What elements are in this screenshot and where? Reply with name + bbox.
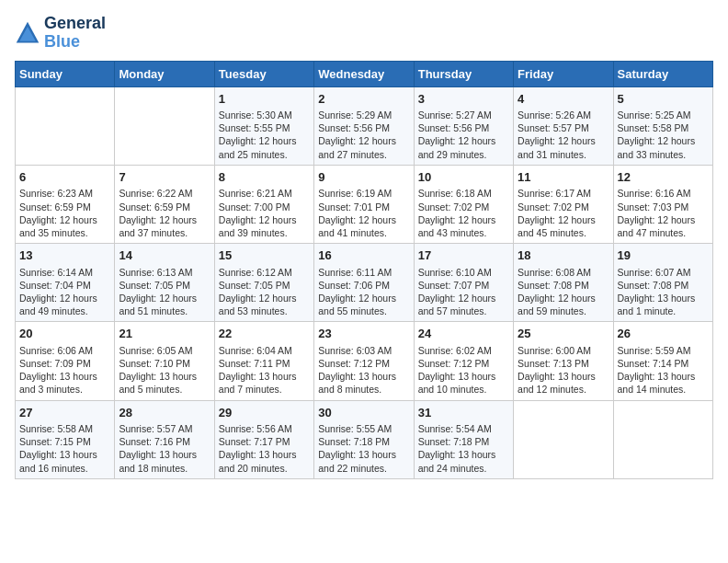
- cell-content: Sunrise: 6:06 AMSunset: 7:09 PMDaylight:…: [19, 344, 110, 396]
- day-number: 8: [219, 169, 310, 186]
- cell-content: Sunrise: 6:11 AMSunset: 7:06 PMDaylight:…: [318, 266, 409, 318]
- day-header-monday: Monday: [115, 61, 214, 86]
- logo-icon: [15, 20, 40, 46]
- calendar-cell: 27Sunrise: 5:58 AMSunset: 7:15 PMDayligh…: [16, 400, 115, 478]
- calendar-week-1: 1Sunrise: 5:30 AMSunset: 5:55 PMDaylight…: [16, 86, 713, 165]
- calendar-cell: 7Sunrise: 6:22 AMSunset: 6:59 PMDaylight…: [115, 165, 214, 243]
- calendar-cell: 13Sunrise: 6:14 AMSunset: 7:04 PMDayligh…: [16, 244, 115, 322]
- day-number: 14: [119, 247, 210, 264]
- calendar-cell: 9Sunrise: 6:19 AMSunset: 7:01 PMDaylight…: [314, 165, 414, 243]
- calendar-header-row: SundayMondayTuesdayWednesdayThursdayFrid…: [16, 61, 713, 86]
- calendar-cell: 17Sunrise: 6:10 AMSunset: 7:07 PMDayligh…: [414, 244, 513, 322]
- calendar-cell: 5Sunrise: 5:25 AMSunset: 5:58 PMDaylight…: [613, 86, 712, 165]
- cell-content: Sunrise: 6:22 AMSunset: 6:59 PMDaylight:…: [119, 187, 210, 239]
- cell-content: Sunrise: 6:12 AMSunset: 7:05 PMDaylight:…: [219, 266, 310, 318]
- calendar-week-3: 13Sunrise: 6:14 AMSunset: 7:04 PMDayligh…: [16, 244, 713, 322]
- cell-content: Sunrise: 6:00 AMSunset: 7:13 PMDaylight:…: [518, 344, 609, 396]
- calendar-cell: 26Sunrise: 5:59 AMSunset: 7:14 PMDayligh…: [613, 322, 712, 400]
- day-number: 30: [318, 405, 409, 421]
- cell-content: Sunrise: 6:19 AMSunset: 7:01 PMDaylight:…: [318, 187, 409, 239]
- day-number: 5: [618, 91, 709, 108]
- day-number: 6: [19, 169, 110, 186]
- cell-content: Sunrise: 5:56 AMSunset: 7:17 PMDaylight:…: [219, 422, 310, 475]
- calendar-cell: 28Sunrise: 5:57 AMSunset: 7:16 PMDayligh…: [115, 400, 214, 478]
- calendar-cell: 12Sunrise: 6:16 AMSunset: 7:03 PMDayligh…: [613, 165, 712, 243]
- logo: General Blue: [15, 15, 106, 52]
- day-number: 13: [19, 247, 110, 264]
- day-header-tuesday: Tuesday: [214, 61, 313, 86]
- cell-content: Sunrise: 6:08 AMSunset: 7:08 PMDaylight:…: [518, 266, 609, 318]
- calendar-cell: 11Sunrise: 6:17 AMSunset: 7:02 PMDayligh…: [514, 165, 613, 243]
- calendar-cell: [115, 86, 214, 165]
- cell-content: Sunrise: 6:05 AMSunset: 7:10 PMDaylight:…: [119, 344, 210, 396]
- cell-content: Sunrise: 6:13 AMSunset: 7:05 PMDaylight:…: [119, 266, 210, 318]
- day-number: 23: [318, 326, 409, 342]
- day-number: 21: [119, 326, 210, 342]
- day-number: 4: [518, 91, 609, 108]
- calendar-cell: 14Sunrise: 6:13 AMSunset: 7:05 PMDayligh…: [115, 244, 214, 322]
- calendar-week-2: 6Sunrise: 6:23 AMSunset: 6:59 PMDaylight…: [16, 165, 713, 243]
- calendar-cell: [514, 400, 613, 478]
- calendar-week-5: 27Sunrise: 5:58 AMSunset: 7:15 PMDayligh…: [16, 400, 713, 478]
- cell-content: Sunrise: 5:59 AMSunset: 7:14 PMDaylight:…: [618, 344, 709, 396]
- day-number: 24: [418, 326, 509, 342]
- day-number: 27: [19, 405, 110, 421]
- day-number: 31: [418, 405, 509, 421]
- day-number: 3: [418, 91, 509, 108]
- cell-content: Sunrise: 5:25 AMSunset: 5:58 PMDaylight:…: [618, 109, 709, 161]
- cell-content: Sunrise: 6:23 AMSunset: 6:59 PMDaylight:…: [19, 187, 110, 239]
- cell-content: Sunrise: 6:03 AMSunset: 7:12 PMDaylight:…: [318, 344, 409, 396]
- cell-content: Sunrise: 6:10 AMSunset: 7:07 PMDaylight:…: [418, 266, 509, 318]
- day-number: 9: [318, 169, 409, 186]
- day-number: 18: [518, 247, 609, 264]
- calendar-cell: 29Sunrise: 5:56 AMSunset: 7:17 PMDayligh…: [214, 400, 313, 478]
- cell-content: Sunrise: 6:17 AMSunset: 7:02 PMDaylight:…: [518, 187, 609, 239]
- cell-content: Sunrise: 6:02 AMSunset: 7:12 PMDaylight:…: [418, 344, 509, 396]
- calendar-cell: [16, 86, 115, 165]
- cell-content: Sunrise: 6:21 AMSunset: 7:00 PMDaylight:…: [219, 187, 310, 239]
- calendar-cell: 16Sunrise: 6:11 AMSunset: 7:06 PMDayligh…: [314, 244, 414, 322]
- day-header-friday: Friday: [514, 61, 613, 86]
- cell-content: Sunrise: 6:18 AMSunset: 7:02 PMDaylight:…: [418, 187, 509, 239]
- day-header-saturday: Saturday: [613, 61, 712, 86]
- cell-content: Sunrise: 6:04 AMSunset: 7:11 PMDaylight:…: [219, 344, 310, 396]
- cell-content: Sunrise: 5:26 AMSunset: 5:57 PMDaylight:…: [518, 109, 609, 161]
- calendar-cell: 21Sunrise: 6:05 AMSunset: 7:10 PMDayligh…: [115, 322, 214, 400]
- day-header-thursday: Thursday: [414, 61, 513, 86]
- calendar-cell: 4Sunrise: 5:26 AMSunset: 5:57 PMDaylight…: [514, 86, 613, 165]
- cell-content: Sunrise: 6:14 AMSunset: 7:04 PMDaylight:…: [19, 266, 110, 318]
- day-number: 19: [618, 247, 709, 264]
- calendar-cell: 22Sunrise: 6:04 AMSunset: 7:11 PMDayligh…: [214, 322, 313, 400]
- cell-content: Sunrise: 5:30 AMSunset: 5:55 PMDaylight:…: [219, 109, 310, 161]
- logo-text: General Blue: [44, 15, 106, 52]
- cell-content: Sunrise: 5:27 AMSunset: 5:56 PMDaylight:…: [418, 109, 509, 161]
- day-header-sunday: Sunday: [16, 61, 115, 86]
- calendar-cell: 30Sunrise: 5:55 AMSunset: 7:18 PMDayligh…: [314, 400, 414, 478]
- calendar-cell: 18Sunrise: 6:08 AMSunset: 7:08 PMDayligh…: [514, 244, 613, 322]
- day-number: 26: [618, 326, 709, 342]
- day-number: 16: [318, 247, 409, 264]
- day-number: 29: [219, 405, 310, 421]
- calendar-cell: 15Sunrise: 6:12 AMSunset: 7:05 PMDayligh…: [214, 244, 313, 322]
- header: General Blue: [15, 15, 713, 52]
- calendar-body: 1Sunrise: 5:30 AMSunset: 5:55 PMDaylight…: [16, 86, 713, 478]
- calendar-cell: 31Sunrise: 5:54 AMSunset: 7:18 PMDayligh…: [414, 400, 513, 478]
- cell-content: Sunrise: 5:57 AMSunset: 7:16 PMDaylight:…: [119, 422, 210, 475]
- cell-content: Sunrise: 5:29 AMSunset: 5:56 PMDaylight:…: [318, 109, 409, 161]
- day-number: 11: [518, 169, 609, 186]
- calendar-cell: 19Sunrise: 6:07 AMSunset: 7:08 PMDayligh…: [613, 244, 712, 322]
- calendar-cell: 3Sunrise: 5:27 AMSunset: 5:56 PMDaylight…: [414, 86, 513, 165]
- day-number: 1: [219, 91, 310, 108]
- cell-content: Sunrise: 5:54 AMSunset: 7:18 PMDaylight:…: [418, 422, 509, 475]
- day-header-wednesday: Wednesday: [314, 61, 414, 86]
- calendar-week-4: 20Sunrise: 6:06 AMSunset: 7:09 PMDayligh…: [16, 322, 713, 400]
- calendar-cell: 25Sunrise: 6:00 AMSunset: 7:13 PMDayligh…: [514, 322, 613, 400]
- calendar-cell: 23Sunrise: 6:03 AMSunset: 7:12 PMDayligh…: [314, 322, 414, 400]
- day-number: 12: [618, 169, 709, 186]
- cell-content: Sunrise: 6:16 AMSunset: 7:03 PMDaylight:…: [618, 187, 709, 239]
- calendar-cell: 2Sunrise: 5:29 AMSunset: 5:56 PMDaylight…: [314, 86, 414, 165]
- calendar-cell: 1Sunrise: 5:30 AMSunset: 5:55 PMDaylight…: [214, 86, 313, 165]
- calendar-cell: [613, 400, 712, 478]
- day-number: 10: [418, 169, 509, 186]
- cell-content: Sunrise: 5:58 AMSunset: 7:15 PMDaylight:…: [19, 422, 110, 475]
